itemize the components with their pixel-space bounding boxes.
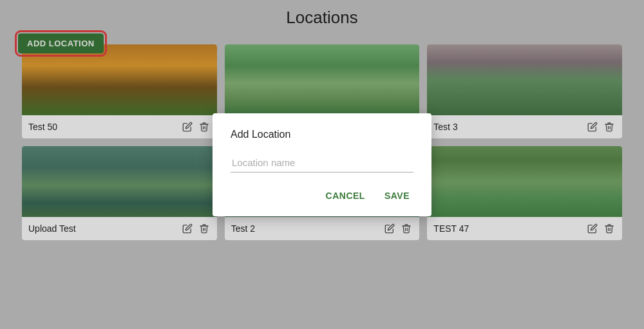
cancel-button[interactable]: CANCEL (322, 188, 369, 203)
modal-title: Add Location (231, 129, 413, 140)
modal-actions: CANCEL SAVE (231, 188, 413, 203)
modal-overlay: Add Location CANCEL SAVE (0, 0, 644, 329)
save-button[interactable]: SAVE (381, 188, 413, 203)
add-location-modal: Add Location CANCEL SAVE (213, 113, 431, 216)
location-name-input[interactable] (231, 153, 413, 173)
